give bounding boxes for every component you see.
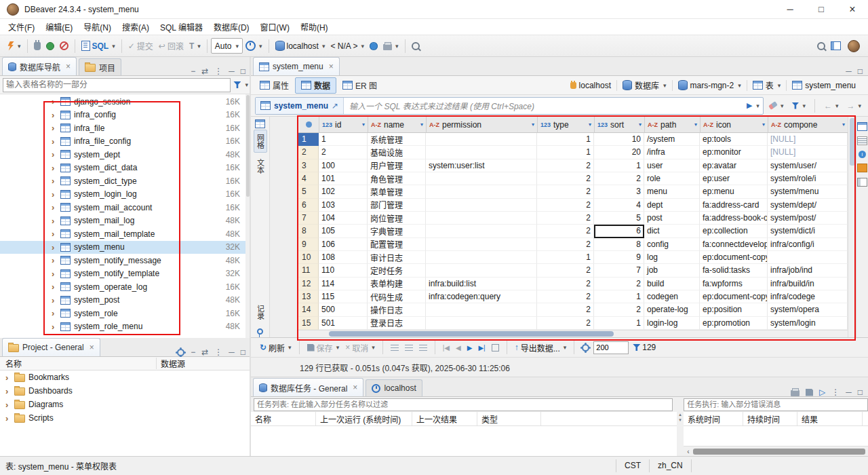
chevron-right-icon[interactable]: ›: [5, 373, 11, 383]
column-header-path[interactable]: A-Zpath▾: [645, 117, 701, 133]
chevron-right-icon[interactable]: ›: [52, 123, 57, 133]
view-menu-button[interactable]: ⋮: [831, 388, 840, 396]
text-panel-icon[interactable]: [857, 136, 867, 145]
grid-cell[interactable]: ep:monitor: [700, 146, 768, 159]
chevron-right-icon[interactable]: ›: [52, 110, 57, 120]
row-number[interactable]: 8: [298, 225, 319, 238]
close-icon[interactable]: ×: [90, 343, 94, 352]
grid-cell[interactable]: 3: [594, 185, 644, 198]
grid-cell[interactable]: 登录日志: [368, 317, 426, 330]
row-number[interactable]: 3: [298, 159, 319, 172]
grid-cell[interactable]: 106: [319, 238, 368, 251]
task-exec-filter-input[interactable]: [684, 398, 868, 411]
close-icon[interactable]: ×: [329, 62, 334, 71]
grid-cell[interactable]: 114: [319, 278, 368, 290]
grid-cell[interactable]: 2: [537, 317, 594, 330]
table-tree-item[interactable]: ›system_dict_type16K: [0, 174, 251, 188]
minimize-button[interactable]: ─: [774, 0, 806, 18]
value-panel-icon[interactable]: [857, 122, 867, 131]
grid-cell[interactable]: login-log: [644, 317, 700, 330]
grid-cell[interactable]: 2: [537, 238, 594, 251]
info-panel-icon[interactable]: i: [859, 151, 866, 158]
chevron-right-icon[interactable]: ›: [5, 413, 11, 423]
grid-cell[interactable]: 5: [594, 212, 644, 225]
grid-cell[interactable]: system:user:list: [426, 159, 537, 172]
column-filter-icon[interactable]: ▾: [842, 121, 845, 128]
maximize-editor-button[interactable]: □: [858, 67, 863, 75]
menu-item[interactable]: 搜索(A): [117, 19, 155, 35]
cancel-button[interactable]: ×取消▾: [343, 341, 377, 355]
chevron-right-icon[interactable]: ›: [52, 269, 57, 279]
column-header-icon[interactable]: A-Zicon▾: [701, 117, 768, 133]
task-exec-column-header[interactable]: 持续时间: [743, 412, 797, 425]
grid-cell[interactable]: [426, 238, 537, 251]
duplicate-row-button[interactable]: [403, 343, 415, 352]
view-menu-button[interactable]: ⋮: [214, 67, 222, 75]
row-number[interactable]: 2: [298, 146, 319, 159]
tab-text-view[interactable]: 文本: [254, 155, 267, 177]
grid-cell[interactable]: 2: [537, 264, 594, 277]
transaction-mode-select[interactable]: Auto▾: [211, 38, 243, 54]
table-tree-item[interactable]: ›infra_config16K: [0, 109, 251, 122]
chevron-right-icon[interactable]: ›: [52, 282, 57, 292]
column-filter-icon[interactable]: ▾: [532, 121, 534, 128]
grid-cell[interactable]: 101: [319, 172, 368, 185]
fetch-all-button[interactable]: [490, 343, 501, 353]
schema-selector[interactable]: < N/A >▾: [328, 39, 367, 53]
close-icon[interactable]: ×: [66, 62, 71, 71]
chevron-down-icon[interactable]: ▾: [564, 344, 567, 351]
grid-cell[interactable]: 102: [319, 185, 368, 198]
grid-cell[interactable]: 用户管理: [368, 159, 426, 172]
grid-cell[interactable]: system/opera: [768, 303, 848, 316]
row-number-corner[interactable]: [298, 117, 319, 133]
grid-cell[interactable]: 1: [537, 251, 594, 264]
pin-icon[interactable]: [257, 328, 263, 335]
row-number[interactable]: 11: [298, 264, 319, 277]
grid-cell[interactable]: 108: [319, 251, 368, 264]
column-filter-icon[interactable]: ▾: [762, 121, 765, 128]
chevron-down-icon[interactable]: ▾: [858, 102, 861, 109]
breadcrumb-item[interactable]: 表▾: [750, 78, 784, 92]
grid-cell[interactable]: 2: [537, 225, 594, 238]
chevron-right-icon[interactable]: ›: [52, 149, 57, 159]
link-with-editor-button[interactable]: ⇄: [201, 348, 208, 356]
grid-cell[interactable]: [426, 212, 537, 225]
table-tree-item[interactable]: ›system_dict_data16K: [0, 162, 251, 175]
grid-cell[interactable]: infra:codegen:query: [426, 290, 537, 303]
menu-item[interactable]: SQL 编辑器: [155, 19, 208, 35]
task-column-header[interactable]: 上一次运行 (系统时间): [316, 412, 412, 425]
first-row-button[interactable]: |◀: [441, 343, 452, 353]
grid-cell[interactable]: 500: [319, 303, 368, 316]
run-task-button[interactable]: ▷: [819, 388, 825, 396]
add-row-button[interactable]: [389, 343, 401, 352]
chevron-down-icon[interactable]: ▾: [781, 102, 784, 109]
search-button[interactable]: [409, 40, 422, 52]
grid-cell[interactable]: ep:menu: [700, 185, 768, 198]
table-tree-item[interactable]: ›system_dept48K: [0, 148, 251, 162]
chevron-right-icon[interactable]: ›: [5, 386, 11, 396]
grid-cell[interactable]: [768, 251, 848, 264]
breadcrumb-item[interactable]: 数据库▾: [620, 78, 669, 92]
tab-database-navigator[interactable]: 数据库导航 ×: [2, 57, 77, 75]
grid-cell[interactable]: fa:address-card: [700, 199, 768, 212]
grid-cell[interactable]: 1: [537, 133, 594, 146]
grid-cell[interactable]: 字典管理: [368, 225, 426, 238]
grid-cell[interactable]: [426, 264, 537, 277]
grid-cell[interactable]: 1: [319, 133, 368, 146]
maximize-panel-button[interactable]: □: [241, 67, 245, 75]
grid-cell[interactable]: infra:build:list: [426, 278, 537, 290]
chevron-down-icon[interactable]: ▾: [738, 82, 741, 89]
table-tree-item[interactable]: ›system_notify_message48K: [0, 254, 251, 267]
grid-cell[interactable]: /infra: [644, 146, 700, 159]
row-number[interactable]: 7: [298, 212, 319, 225]
grid-cell[interactable]: ep:user: [700, 172, 768, 185]
close-icon[interactable]: ×: [353, 383, 357, 392]
grid-cell[interactable]: infra/job/ind: [768, 264, 848, 277]
chevron-down-icon[interactable]: ▾: [361, 43, 364, 50]
tab-database-tasks[interactable]: 数据库任务 - General ×: [253, 378, 363, 396]
chevron-right-icon[interactable]: ›: [52, 202, 57, 212]
row-number[interactable]: 12: [298, 278, 319, 290]
menu-item[interactable]: 窗口(W): [255, 19, 295, 35]
table-tree-item[interactable]: ›system_notify_template32K: [0, 267, 251, 281]
row-number[interactable]: 5: [298, 185, 319, 198]
